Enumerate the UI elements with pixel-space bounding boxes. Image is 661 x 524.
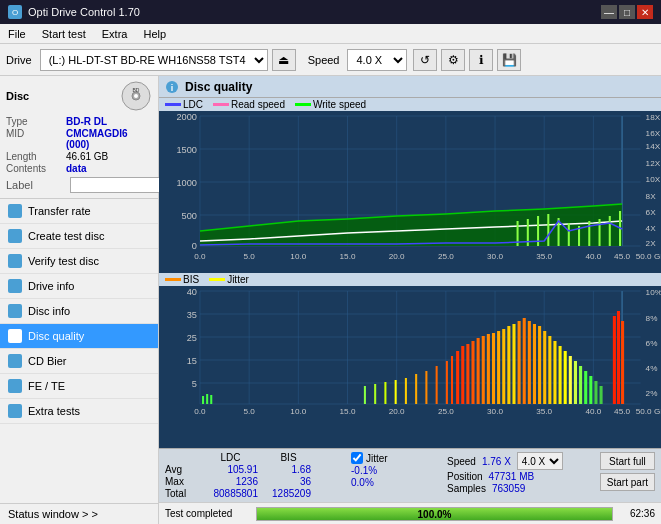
disc-type-row: Type BD-R DL	[6, 116, 152, 127]
label-key: Label	[6, 179, 66, 191]
upper-chart-legend: LDC Read speed Write speed	[159, 98, 661, 111]
bis-total: 1285209	[266, 488, 311, 499]
svg-rect-135	[584, 371, 587, 404]
maximize-button[interactable]: □	[619, 5, 635, 19]
save-button[interactable]: 💾	[497, 49, 521, 71]
start-buttons: Start full Start part	[600, 452, 655, 491]
status-window[interactable]: Status window > >	[0, 503, 158, 524]
svg-text:40: 40	[187, 287, 197, 297]
bis-header: BIS	[266, 452, 311, 463]
nav-disc-quality[interactable]: Disc quality	[0, 324, 158, 349]
svg-rect-121	[512, 324, 515, 404]
svg-rect-118	[497, 331, 500, 404]
refresh-button[interactable]: ↺	[413, 49, 437, 71]
disc-header-left: Disc	[6, 90, 29, 102]
svg-rect-113	[471, 341, 474, 404]
menu-start-test[interactable]: Start test	[38, 27, 90, 41]
nav-extra-tests[interactable]: Extra tests	[0, 399, 158, 424]
mid-key: MID	[6, 128, 66, 150]
menu-file[interactable]: File	[4, 27, 30, 41]
titlebar-controls: — □ ✕	[601, 5, 653, 19]
speed-select[interactable]: 4.0 X	[347, 49, 407, 71]
svg-rect-124	[528, 321, 531, 404]
nav-verify-test-disc[interactable]: Verify test disc	[0, 249, 158, 274]
disc-label-row: Label ✎	[6, 176, 152, 194]
svg-text:30.0: 30.0	[487, 252, 503, 261]
ldc-total: 80885801	[203, 488, 258, 499]
progress-bar-outer: 100.0%	[256, 507, 613, 521]
lower-chart-svg: 40 35 25 15 5 10% 8% 6% 4% 2% 0.0 5.0 10…	[159, 286, 661, 416]
nav-create-test-disc[interactable]: Create test disc	[0, 224, 158, 249]
minimize-button[interactable]: —	[601, 5, 617, 19]
speed-stat-select[interactable]: 4.0 X	[517, 452, 563, 470]
nav-disc-info[interactable]: Disc info	[0, 299, 158, 324]
read-speed-legend-label: Read speed	[231, 99, 285, 110]
nav-cd-bier[interactable]: CD Bier	[0, 349, 158, 374]
svg-rect-126	[538, 326, 541, 404]
svg-rect-111	[461, 346, 464, 404]
svg-rect-119	[502, 329, 505, 404]
svg-text:0.0: 0.0	[194, 252, 206, 261]
jitter-legend: Jitter	[209, 274, 249, 285]
svg-rect-141	[621, 321, 624, 404]
settings-button[interactable]: ⚙	[441, 49, 465, 71]
svg-text:4%: 4%	[646, 364, 658, 373]
nav-disc-info-label: Disc info	[28, 305, 70, 317]
jitter-header: Jitter	[351, 452, 441, 464]
bis-legend: BIS	[165, 274, 199, 285]
total-label: Total	[165, 488, 195, 499]
drive-select[interactable]: (L:) HL-DT-ST BD-RE WH16NS58 TST4	[40, 49, 268, 71]
nav-transfer-rate[interactable]: Transfer rate	[0, 199, 158, 224]
svg-text:35: 35	[187, 310, 197, 320]
nav-fe-te-label: FE / TE	[28, 380, 65, 392]
eject-button[interactable]: ⏏	[272, 49, 296, 71]
samples-row: Samples 763059	[447, 483, 567, 494]
disc-header: Disc BD	[6, 80, 152, 112]
nav-drive-info[interactable]: Drive info	[0, 274, 158, 299]
titlebar-left: O Opti Drive Control 1.70	[8, 5, 140, 19]
disc-label: Disc	[6, 90, 29, 102]
svg-rect-122	[518, 321, 521, 404]
nav-disc-quality-label: Disc quality	[28, 330, 84, 342]
bis-legend-label: BIS	[183, 274, 199, 285]
svg-rect-130	[559, 346, 562, 404]
bis-max: 36	[266, 476, 311, 487]
label-input[interactable]	[70, 177, 160, 193]
info-button[interactable]: ℹ	[469, 49, 493, 71]
svg-text:i: i	[171, 83, 174, 93]
nav-fe-te[interactable]: FE / TE	[0, 374, 158, 399]
svg-text:10.0: 10.0	[290, 252, 306, 261]
svg-text:40.0: 40.0	[585, 252, 601, 261]
verify-test-disc-icon	[8, 254, 22, 268]
start-part-button[interactable]: Start part	[600, 473, 655, 491]
lower-chart-legend: BIS Jitter	[159, 273, 661, 286]
avg-header	[165, 452, 195, 463]
disc-icon: BD	[120, 80, 152, 112]
start-full-button[interactable]: Start full	[600, 452, 655, 470]
menu-extra[interactable]: Extra	[98, 27, 132, 41]
contents-key: Contents	[6, 163, 66, 174]
svg-text:5: 5	[192, 379, 197, 389]
svg-rect-116	[487, 334, 490, 404]
svg-text:2%: 2%	[646, 389, 658, 398]
close-button[interactable]: ✕	[637, 5, 653, 19]
titlebar: O Opti Drive Control 1.70 — □ ✕	[0, 0, 661, 24]
stats-header-row: LDC BIS	[165, 452, 345, 463]
disc-mid-row: MID CMCMAGDI6 (000)	[6, 128, 152, 150]
menu-help[interactable]: Help	[139, 27, 170, 41]
svg-text:18X: 18X	[646, 113, 661, 122]
ldc-avg: 105.91	[203, 464, 258, 475]
nav-extra-tests-label: Extra tests	[28, 405, 80, 417]
svg-rect-129	[553, 341, 556, 404]
jitter-checkbox[interactable]	[351, 452, 363, 464]
mid-value: CMCMAGDI6 (000)	[66, 128, 152, 150]
svg-rect-102	[384, 382, 386, 404]
progress-status: Test completed	[165, 508, 250, 519]
svg-rect-117	[492, 333, 495, 404]
svg-text:25.0: 25.0	[438, 252, 454, 261]
nav-cd-bier-label: CD Bier	[28, 355, 67, 367]
svg-text:16X: 16X	[646, 129, 661, 138]
svg-rect-123	[523, 318, 526, 404]
svg-rect-105	[415, 374, 417, 404]
stats-bar: LDC BIS Avg 105.91 1.68 Max 1236 36 Tota…	[159, 448, 661, 502]
